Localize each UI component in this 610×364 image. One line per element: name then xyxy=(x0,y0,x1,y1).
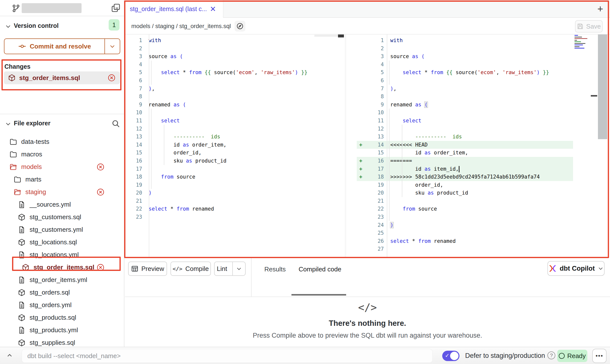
doc-icon xyxy=(18,251,26,259)
diff-gutter xyxy=(357,117,365,125)
file-explorer-item-macros[interactable]: macros xyxy=(0,148,124,161)
file-explorer-list: data-testsmacrosmodelsmartsstaging__sour… xyxy=(0,135,124,347)
file-explorer-item-marts[interactable]: marts xyxy=(0,173,124,186)
file-explorer-item-stg-products-sql[interactable]: stg_products.sql xyxy=(0,311,124,324)
token: order_id, xyxy=(390,182,443,188)
code-line-8: 8 xyxy=(125,93,345,101)
file-explorer-item--sources-yml[interactable]: __sources.yml xyxy=(0,198,124,211)
tab-compiled-code[interactable]: Compiled code xyxy=(299,265,341,273)
chevron-up-icon[interactable] xyxy=(6,352,13,359)
line-number: 18 xyxy=(125,173,142,181)
removed-status-icon xyxy=(96,263,105,272)
diff-gutter xyxy=(357,101,365,109)
discard-change-icon[interactable] xyxy=(107,74,116,82)
changed-file-row[interactable]: stg_order_items.sql xyxy=(4,71,120,84)
token xyxy=(390,69,403,75)
diff-gutter xyxy=(357,221,365,229)
new-tab-button[interactable]: + xyxy=(597,3,603,15)
empty-state-title: There's nothing here. xyxy=(125,319,610,328)
lint-options-caret[interactable] xyxy=(232,262,245,275)
token: as xyxy=(183,142,189,148)
help-icon[interactable]: ? xyxy=(547,351,555,359)
file-explorer-item-stg-order-items-yml[interactable]: stg_order_items.yml xyxy=(0,274,124,286)
git-branch-icon[interactable] xyxy=(11,4,21,13)
tab-stg-order-items[interactable]: stg_order_items.sql (last c... ✕ xyxy=(125,0,223,18)
preview-button[interactable]: Preview xyxy=(128,262,167,276)
lint-button[interactable]: Lint xyxy=(214,262,246,276)
commit-and-resolve-button[interactable]: Commit and resolve xyxy=(4,38,120,54)
folder-icon xyxy=(14,176,21,183)
tab-results[interactable]: Results xyxy=(264,265,286,273)
file-explorer-item-stg-order-items-sql[interactable]: stg_order_items.sql xyxy=(0,261,124,274)
token: source xyxy=(390,53,412,59)
code-line-7: 7), xyxy=(357,85,573,93)
token: ( xyxy=(421,53,424,59)
status-circle-icon xyxy=(559,353,565,359)
diff-gutter xyxy=(357,181,365,189)
connection-status-badge[interactable]: Ready xyxy=(557,350,587,362)
token: {{ xyxy=(446,69,453,75)
line-number: 22 xyxy=(365,205,384,213)
changes-title: Changes xyxy=(4,63,31,70)
code-line-9: 9renamed as ( xyxy=(357,101,573,109)
editor-pane-right[interactable]: 1with23source as (45 select * from {{ so… xyxy=(357,34,610,253)
defer-label: Defer to staging/production xyxy=(465,352,545,360)
more-options-button[interactable]: ••• xyxy=(592,349,607,363)
file-explorer-item-stg-locations-yml[interactable]: stg_locations.yml xyxy=(0,248,124,261)
defer-toggle[interactable]: ✓ xyxy=(442,351,459,361)
save-button[interactable]: Save xyxy=(575,20,603,33)
editor-pane-left[interactable]: 1with23source as (45 select * from {{ so… xyxy=(125,34,345,221)
text-cursor xyxy=(459,166,459,172)
preview-label: Preview xyxy=(141,265,164,273)
file-explorer-item-data-tests[interactable]: data-tests xyxy=(0,135,124,148)
token xyxy=(149,174,161,180)
code-line-2: 2 xyxy=(357,45,573,53)
line-number: 24 xyxy=(365,221,384,229)
minimap[interactable] xyxy=(575,35,592,50)
line-number: 21 xyxy=(365,197,384,205)
chevron-down-icon xyxy=(5,23,11,30)
file-explorer-item-stg-products-yml[interactable]: stg_products.yml xyxy=(0,324,124,336)
file-label: macros xyxy=(21,150,42,158)
line-number: 23 xyxy=(125,213,142,221)
token: as xyxy=(424,166,431,172)
token: ---------- ids xyxy=(390,134,462,140)
file-explorer-item-staging[interactable]: staging xyxy=(0,186,124,198)
line-number: 3 xyxy=(365,52,384,61)
diff-gutter xyxy=(357,45,365,53)
left-scrollbar-thumb[interactable] xyxy=(338,34,344,37)
file-explorer-item-models[interactable]: models xyxy=(0,161,124,173)
token xyxy=(540,69,543,75)
file-explorer-item-stg-orders-yml[interactable]: stg_orders.yml xyxy=(0,299,124,311)
tab-close-icon[interactable]: ✕ xyxy=(210,5,216,13)
dbt-copilot-button[interactable]: dbt Copilot xyxy=(547,261,605,276)
code-line-2: 2 xyxy=(125,45,345,53)
compile-button[interactable]: </> Compile xyxy=(170,262,211,276)
code-line-15: 15 order_id, xyxy=(125,149,345,157)
version-control-header[interactable]: Version control 1 xyxy=(0,21,124,33)
file-explorer-item-stg-orders-sql[interactable]: stg_orders.sql xyxy=(0,286,124,299)
token: 'raw_items' xyxy=(502,69,537,75)
copy-docs-icon[interactable] xyxy=(111,3,121,13)
file-explorer-header[interactable]: File explorer xyxy=(0,114,124,135)
token: * xyxy=(180,69,189,75)
file-explorer-item-stg-locations-sql[interactable]: stg_locations.sql xyxy=(0,236,124,248)
right-scrollbar-thumb[interactable] xyxy=(598,34,607,139)
diff-gutter xyxy=(357,133,365,141)
chevron-down-icon xyxy=(5,121,11,127)
file-explorer-item-stg-customers-yml[interactable]: stg_customers.yml xyxy=(0,223,124,236)
diff-gutter xyxy=(357,68,365,77)
compass-icon[interactable] xyxy=(235,21,245,32)
file-explorer-item-stg-customers-sql[interactable]: stg_customers.sql xyxy=(0,211,124,223)
search-icon[interactable] xyxy=(111,119,120,128)
pane-divider[interactable] xyxy=(345,34,357,258)
ready-label: Ready xyxy=(567,352,586,360)
code-line-14: 14 id as order_item, xyxy=(125,141,345,149)
file-explorer-item-stg-supplies-sql[interactable]: stg_supplies.sql xyxy=(0,336,124,347)
token: as xyxy=(424,150,431,156)
diff-gutter xyxy=(357,245,365,253)
compile-label: Compile xyxy=(185,265,209,273)
commit-options-caret[interactable] xyxy=(104,39,120,54)
token: order_item, xyxy=(431,150,468,156)
command-input[interactable] xyxy=(22,349,433,363)
